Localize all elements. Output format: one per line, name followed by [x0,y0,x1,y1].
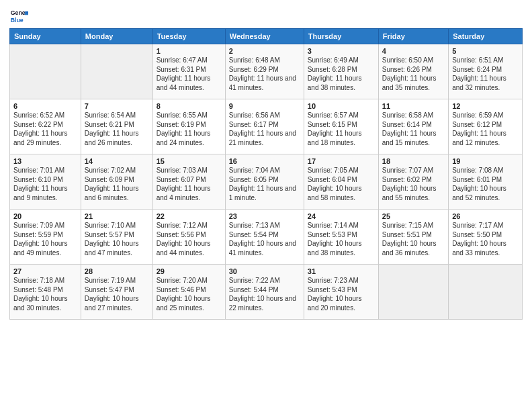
calendar-cell: 25Sunrise: 7:15 AMSunset: 5:51 PMDayligh… [378,210,448,265]
day-info: Sunrise: 7:22 AMSunset: 5:44 PMDaylight:… [229,276,300,312]
calendar-cell: 5Sunrise: 6:51 AMSunset: 6:24 PMDaylight… [449,44,523,99]
day-header-thursday: Thursday [304,29,378,44]
day-info: Sunrise: 6:56 AMSunset: 6:17 PMDaylight:… [229,111,300,147]
day-info: Sunrise: 6:59 AMSunset: 6:12 PMDaylight:… [452,111,519,147]
day-info: Sunrise: 7:09 AMSunset: 5:59 PMDaylight:… [13,221,77,257]
calendar-cell: 1Sunrise: 6:47 AMSunset: 6:31 PMDaylight… [152,44,225,99]
day-number: 9 [229,102,300,110]
day-info: Sunrise: 6:54 AMSunset: 6:21 PMDaylight:… [85,111,149,147]
day-number: 25 [382,212,445,220]
calendar-cell: 21Sunrise: 7:10 AMSunset: 5:57 PMDayligh… [81,210,152,265]
day-number: 11 [382,102,445,110]
calendar-header-row: SundayMondayTuesdayWednesdayThursdayFrid… [10,29,523,44]
day-number: 1 [157,47,222,55]
calendar-cell: 12Sunrise: 6:59 AMSunset: 6:12 PMDayligh… [449,99,523,154]
header: General Blue [9,7,523,26]
day-number: 24 [308,212,375,220]
day-number: 19 [452,157,519,165]
calendar-cell: 30Sunrise: 7:22 AMSunset: 5:44 PMDayligh… [225,265,304,320]
day-number: 14 [85,157,149,165]
calendar-cell: 6Sunrise: 6:52 AMSunset: 6:22 PMDaylight… [10,99,81,154]
calendar-cell [378,265,448,320]
calendar-cell: 17Sunrise: 7:05 AMSunset: 6:04 PMDayligh… [304,154,378,210]
calendar-cell: 27Sunrise: 7:18 AMSunset: 5:48 PMDayligh… [10,265,81,320]
calendar-cell: 13Sunrise: 7:01 AMSunset: 6:10 PMDayligh… [10,154,81,210]
day-number: 29 [157,267,222,275]
calendar-cell: 10Sunrise: 6:57 AMSunset: 6:15 PMDayligh… [304,99,378,154]
calendar-cell: 24Sunrise: 7:14 AMSunset: 5:53 PMDayligh… [304,210,378,265]
calendar-week-3: 13Sunrise: 7:01 AMSunset: 6:10 PMDayligh… [10,154,523,210]
calendar-cell [449,265,523,320]
calendar-week-4: 20Sunrise: 7:09 AMSunset: 5:59 PMDayligh… [10,210,523,265]
day-number: 22 [157,212,222,220]
calendar-cell: 7Sunrise: 6:54 AMSunset: 6:21 PMDaylight… [81,99,152,154]
day-info: Sunrise: 6:50 AMSunset: 6:26 PMDaylight:… [382,56,445,92]
calendar-cell: 28Sunrise: 7:19 AMSunset: 5:47 PMDayligh… [81,265,152,320]
day-info: Sunrise: 6:48 AMSunset: 6:29 PMDaylight:… [229,56,300,92]
calendar-cell: 14Sunrise: 7:02 AMSunset: 6:09 PMDayligh… [81,154,152,210]
day-number: 10 [308,102,375,110]
calendar-cell [10,44,81,99]
day-info: Sunrise: 6:52 AMSunset: 6:22 PMDaylight:… [13,111,77,147]
day-header-wednesday: Wednesday [225,29,304,44]
day-number: 21 [85,212,149,220]
day-info: Sunrise: 6:51 AMSunset: 6:24 PMDaylight:… [452,56,519,92]
day-number: 31 [308,267,375,275]
day-info: Sunrise: 7:12 AMSunset: 5:56 PMDaylight:… [157,221,222,257]
day-info: Sunrise: 7:15 AMSunset: 5:51 PMDaylight:… [382,221,445,257]
day-info: Sunrise: 7:07 AMSunset: 6:02 PMDaylight:… [382,166,445,202]
day-info: Sunrise: 6:57 AMSunset: 6:15 PMDaylight:… [308,111,375,147]
day-info: Sunrise: 7:02 AMSunset: 6:09 PMDaylight:… [85,166,149,202]
day-number: 5 [452,47,519,55]
logo: General Blue [9,7,28,26]
calendar-cell: 9Sunrise: 6:56 AMSunset: 6:17 PMDaylight… [225,99,304,154]
day-number: 7 [85,102,149,110]
day-info: Sunrise: 6:58 AMSunset: 6:14 PMDaylight:… [382,111,445,147]
day-info: Sunrise: 7:01 AMSunset: 6:10 PMDaylight:… [13,166,77,202]
day-header-tuesday: Tuesday [152,29,225,44]
day-info: Sunrise: 7:17 AMSunset: 5:50 PMDaylight:… [452,221,519,257]
calendar-cell: 26Sunrise: 7:17 AMSunset: 5:50 PMDayligh… [449,210,523,265]
calendar-cell: 15Sunrise: 7:03 AMSunset: 6:07 PMDayligh… [152,154,225,210]
calendar-cell: 18Sunrise: 7:07 AMSunset: 6:02 PMDayligh… [378,154,448,210]
day-number: 8 [157,102,222,110]
calendar-cell: 29Sunrise: 7:20 AMSunset: 5:46 PMDayligh… [152,265,225,320]
calendar-week-2: 6Sunrise: 6:52 AMSunset: 6:22 PMDaylight… [10,99,523,154]
calendar-cell: 11Sunrise: 6:58 AMSunset: 6:14 PMDayligh… [378,99,448,154]
page-container: General Blue SundayMondayTuesdayWednesda… [0,0,532,324]
day-number: 3 [308,47,375,55]
day-number: 20 [13,212,77,220]
day-number: 18 [382,157,445,165]
day-number: 12 [452,102,519,110]
day-info: Sunrise: 7:08 AMSunset: 6:01 PMDaylight:… [452,166,519,202]
day-info: Sunrise: 7:14 AMSunset: 5:53 PMDaylight:… [308,221,375,257]
day-info: Sunrise: 7:03 AMSunset: 6:07 PMDaylight:… [157,166,222,202]
logo-icon: General Blue [9,7,28,26]
day-number: 15 [157,157,222,165]
day-number: 13 [13,157,77,165]
day-number: 27 [13,267,77,275]
day-info: Sunrise: 7:18 AMSunset: 5:48 PMDaylight:… [13,276,77,312]
day-header-sunday: Sunday [10,29,81,44]
day-number: 30 [229,267,300,275]
calendar-cell: 20Sunrise: 7:09 AMSunset: 5:59 PMDayligh… [10,210,81,265]
day-info: Sunrise: 7:04 AMSunset: 6:05 PMDaylight:… [229,166,300,202]
day-info: Sunrise: 6:49 AMSunset: 6:28 PMDaylight:… [308,56,375,92]
day-info: Sunrise: 6:55 AMSunset: 6:19 PMDaylight:… [157,111,222,147]
calendar-cell: 2Sunrise: 6:48 AMSunset: 6:29 PMDaylight… [225,44,304,99]
day-info: Sunrise: 7:05 AMSunset: 6:04 PMDaylight:… [308,166,375,202]
calendar-cell: 22Sunrise: 7:12 AMSunset: 5:56 PMDayligh… [152,210,225,265]
day-header-saturday: Saturday [449,29,523,44]
calendar-week-1: 1Sunrise: 6:47 AMSunset: 6:31 PMDaylight… [10,44,523,99]
calendar-table: SundayMondayTuesdayWednesdayThursdayFrid… [9,28,523,320]
day-number: 2 [229,47,300,55]
calendar-cell: 31Sunrise: 7:23 AMSunset: 5:43 PMDayligh… [304,265,378,320]
calendar-week-5: 27Sunrise: 7:18 AMSunset: 5:48 PMDayligh… [10,265,523,320]
day-number: 6 [13,102,77,110]
day-info: Sunrise: 7:23 AMSunset: 5:43 PMDaylight:… [308,276,375,312]
day-info: Sunrise: 7:13 AMSunset: 5:54 PMDaylight:… [229,221,300,257]
day-info: Sunrise: 7:20 AMSunset: 5:46 PMDaylight:… [157,276,222,312]
day-info: Sunrise: 6:47 AMSunset: 6:31 PMDaylight:… [157,56,222,92]
day-number: 28 [85,267,149,275]
calendar-cell: 4Sunrise: 6:50 AMSunset: 6:26 PMDaylight… [378,44,448,99]
